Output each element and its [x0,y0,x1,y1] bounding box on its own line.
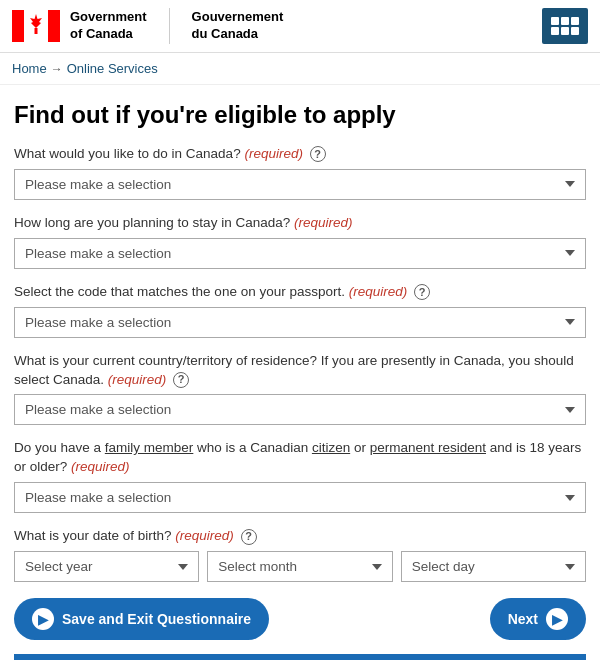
save-exit-icon: ▶ [32,608,54,630]
select-q3[interactable]: Please make a selection [14,307,586,338]
gov-canada-en: Government of Canada [70,9,147,43]
dob-row: Select year Select month Select day [14,551,586,582]
gov-canada-fr: Gouvernement du Canada [192,9,284,43]
svg-rect-0 [12,10,24,42]
save-exit-button[interactable]: ▶ Save and Exit Questionnaire [14,598,269,640]
site-header: Government of Canada Gouvernement du Can… [0,0,600,53]
label-q1: What would you like to do in Canada? (re… [14,145,586,164]
next-icon: ▶ [546,608,568,630]
label-q5: Do you have a family member who is a Can… [14,439,586,477]
next-button[interactable]: Next ▶ [490,598,586,640]
select-q1[interactable]: Please make a selection [14,169,586,200]
breadcrumb-home[interactable]: Home [12,61,47,76]
select-q2[interactable]: Please make a selection [14,238,586,269]
breadcrumb: Home → Online Services [0,53,600,85]
select-month[interactable]: Select month [207,551,392,582]
form-group-q3: Select the code that matches the one on … [14,283,586,338]
select-q5[interactable]: Please make a selection [14,482,586,513]
select-q4[interactable]: Please make a selection [14,394,586,425]
help-icon-q3[interactable]: ? [414,284,430,300]
form-group-q2: How long are you planning to stay in Can… [14,214,586,269]
breadcrumb-online-services[interactable]: Online Services [67,61,158,76]
form-group-q5: Do you have a family member who is a Can… [14,439,586,513]
select-year[interactable]: Select year [14,551,199,582]
help-icon-q1[interactable]: ? [310,146,326,162]
header-divider [169,8,170,44]
info-box: Important: This information is for refer… [14,654,586,660]
svg-rect-3 [35,28,38,34]
label-q6: What is your date of birth? (required) ? [14,527,586,546]
menu-grid-button[interactable] [542,8,588,44]
header-left: Government of Canada Gouvernement du Can… [12,8,283,44]
select-day[interactable]: Select day [401,551,586,582]
grid-icon [551,17,579,35]
help-icon-q4[interactable]: ? [173,372,189,388]
main-content: Find out if you're eligible to apply Wha… [0,85,600,660]
form-group-q1: What would you like to do in Canada? (re… [14,145,586,200]
breadcrumb-arrow: → [51,62,63,76]
page-title: Find out if you're eligible to apply [14,101,586,129]
label-q4: What is your current country/territory o… [14,352,586,390]
label-q3: Select the code that matches the one on … [14,283,586,302]
form-group-q6: What is your date of birth? (required) ?… [14,527,586,582]
buttons-row: ▶ Save and Exit Questionnaire Next ▶ [14,598,586,640]
form-group-q4: What is your current country/territory o… [14,352,586,426]
label-q2: How long are you planning to stay in Can… [14,214,586,233]
help-icon-q6[interactable]: ? [241,529,257,545]
svg-rect-2 [48,10,60,42]
canada-flag [12,10,60,42]
